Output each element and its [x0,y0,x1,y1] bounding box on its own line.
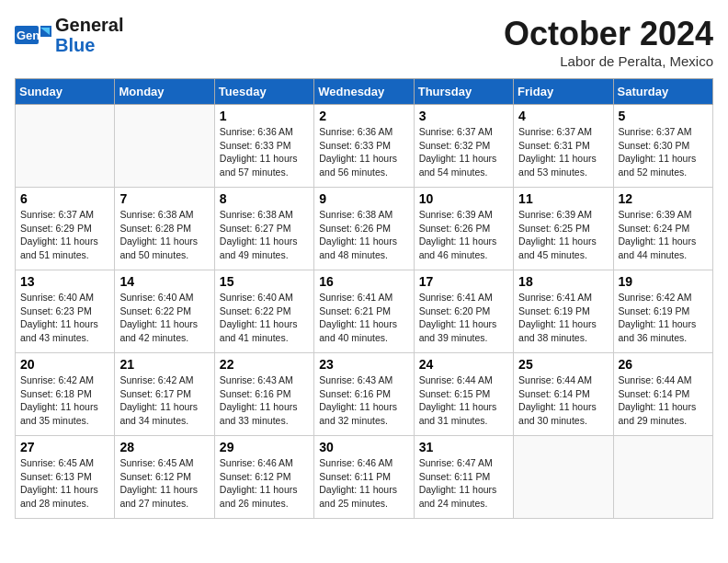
day-number: 7 [119,191,209,206]
calendar-cell [514,436,613,519]
day-detail: Sunrise: 6:36 AMSunset: 6:33 PMDaylight:… [319,125,408,179]
calendar-cell: 19Sunrise: 6:42 AMSunset: 6:19 PMDayligh… [613,270,712,353]
calendar-cell: 11Sunrise: 6:39 AMSunset: 6:25 PMDayligh… [514,188,613,270]
location-subtitle: Labor de Peralta, Mexico [504,53,713,69]
day-number: 13 [20,274,109,289]
calendar-week-row: 1Sunrise: 6:36 AMSunset: 6:33 PMDaylight… [16,105,713,188]
page-header: Gen General Blue October 2024 Labor de P… [15,15,713,69]
col-header-friday: Friday [514,79,613,105]
calendar-week-row: 27Sunrise: 6:45 AMSunset: 6:13 PMDayligh… [16,436,713,519]
day-number: 22 [220,357,309,372]
day-detail: Sunrise: 6:39 AMSunset: 6:24 PMDaylight:… [619,208,708,262]
logo-icon: Gen [15,22,51,48]
day-detail: Sunrise: 6:41 AMSunset: 6:21 PMDaylight:… [319,291,408,345]
col-header-saturday: Saturday [613,79,712,105]
day-number: 15 [220,274,309,289]
calendar-cell [16,105,115,188]
day-number: 6 [20,191,109,206]
day-number: 8 [220,191,309,206]
day-detail: Sunrise: 6:38 AMSunset: 6:27 PMDaylight:… [220,208,309,262]
day-number: 30 [319,440,408,454]
calendar-cell [115,105,214,188]
calendar-cell: 16Sunrise: 6:41 AMSunset: 6:21 PMDayligh… [314,270,414,353]
day-detail: Sunrise: 6:36 AMSunset: 6:33 PMDaylight:… [220,125,309,179]
col-header-sunday: Sunday [16,79,115,105]
day-detail: Sunrise: 6:41 AMSunset: 6:19 PMDaylight:… [518,291,608,345]
calendar-cell: 23Sunrise: 6:43 AMSunset: 6:16 PMDayligh… [314,353,414,436]
day-detail: Sunrise: 6:39 AMSunset: 6:26 PMDaylight:… [419,208,508,262]
day-detail: Sunrise: 6:42 AMSunset: 6:18 PMDaylight:… [20,373,109,428]
calendar-week-row: 20Sunrise: 6:42 AMSunset: 6:18 PMDayligh… [16,353,713,436]
calendar-cell: 15Sunrise: 6:40 AMSunset: 6:22 PMDayligh… [214,270,313,353]
day-detail: Sunrise: 6:42 AMSunset: 6:19 PMDaylight:… [619,291,708,345]
day-detail: Sunrise: 6:39 AMSunset: 6:25 PMDaylight:… [518,208,608,262]
day-detail: Sunrise: 6:44 AMSunset: 6:14 PMDaylight:… [518,373,608,428]
title-block: October 2024 Labor de Peralta, Mexico [504,15,713,69]
calendar-cell: 9Sunrise: 6:38 AMSunset: 6:26 PMDaylight… [314,188,414,270]
calendar-table: SundayMondayTuesdayWednesdayThursdayFrid… [15,78,713,519]
calendar-week-row: 6Sunrise: 6:37 AMSunset: 6:29 PMDaylight… [16,188,713,270]
day-number: 26 [619,357,708,372]
day-detail: Sunrise: 6:37 AMSunset: 6:29 PMDaylight:… [20,208,109,262]
calendar-cell: 6Sunrise: 6:37 AMSunset: 6:29 PMDaylight… [16,188,115,270]
calendar-cell: 28Sunrise: 6:45 AMSunset: 6:12 PMDayligh… [115,436,214,519]
calendar-cell: 17Sunrise: 6:41 AMSunset: 6:20 PMDayligh… [414,270,513,353]
day-number: 23 [319,357,408,372]
day-number: 10 [419,191,508,206]
day-number: 25 [518,357,608,372]
calendar-cell: 13Sunrise: 6:40 AMSunset: 6:23 PMDayligh… [16,270,115,353]
calendar-cell: 1Sunrise: 6:36 AMSunset: 6:33 PMDaylight… [214,105,313,188]
day-number: 9 [319,191,408,206]
col-header-thursday: Thursday [414,79,513,105]
day-number: 27 [20,440,109,454]
day-detail: Sunrise: 6:38 AMSunset: 6:26 PMDaylight:… [319,208,408,262]
col-header-wednesday: Wednesday [314,79,414,105]
calendar-cell: 8Sunrise: 6:38 AMSunset: 6:27 PMDaylight… [214,188,313,270]
calendar-header-row: SundayMondayTuesdayWednesdayThursdayFrid… [16,79,713,105]
calendar-cell: 26Sunrise: 6:44 AMSunset: 6:14 PMDayligh… [613,353,712,436]
day-number: 31 [419,440,508,454]
calendar-cell: 22Sunrise: 6:43 AMSunset: 6:16 PMDayligh… [214,353,313,436]
month-title: October 2024 [504,15,713,53]
calendar-cell: 31Sunrise: 6:47 AMSunset: 6:11 PMDayligh… [414,436,513,519]
day-detail: Sunrise: 6:43 AMSunset: 6:16 PMDaylight:… [220,373,309,428]
day-detail: Sunrise: 6:38 AMSunset: 6:28 PMDaylight:… [119,208,209,262]
day-detail: Sunrise: 6:46 AMSunset: 6:12 PMDaylight:… [220,456,309,511]
logo-text-general: General [55,15,123,35]
day-detail: Sunrise: 6:43 AMSunset: 6:16 PMDaylight:… [319,373,408,428]
calendar-cell: 18Sunrise: 6:41 AMSunset: 6:19 PMDayligh… [514,270,613,353]
day-number: 12 [619,191,708,206]
day-detail: Sunrise: 6:42 AMSunset: 6:17 PMDaylight:… [119,373,209,428]
day-detail: Sunrise: 6:40 AMSunset: 6:22 PMDaylight:… [119,291,209,345]
calendar-cell: 14Sunrise: 6:40 AMSunset: 6:22 PMDayligh… [115,270,214,353]
calendar-cell: 21Sunrise: 6:42 AMSunset: 6:17 PMDayligh… [115,353,214,436]
calendar-cell [613,436,712,519]
day-number: 24 [419,357,508,372]
day-number: 18 [518,274,608,289]
day-number: 17 [419,274,508,289]
logo: Gen General Blue [15,15,123,55]
calendar-week-row: 13Sunrise: 6:40 AMSunset: 6:23 PMDayligh… [16,270,713,353]
day-detail: Sunrise: 6:37 AMSunset: 6:30 PMDaylight:… [619,125,708,179]
day-number: 19 [619,274,708,289]
calendar-cell: 20Sunrise: 6:42 AMSunset: 6:18 PMDayligh… [16,353,115,436]
day-number: 16 [319,274,408,289]
day-number: 29 [220,440,309,454]
day-number: 4 [518,109,608,123]
day-detail: Sunrise: 6:40 AMSunset: 6:22 PMDaylight:… [220,291,309,345]
svg-text:Gen: Gen [17,29,40,42]
calendar-cell: 3Sunrise: 6:37 AMSunset: 6:32 PMDaylight… [414,105,513,188]
day-detail: Sunrise: 6:45 AMSunset: 6:13 PMDaylight:… [20,456,109,511]
calendar-cell: 4Sunrise: 6:37 AMSunset: 6:31 PMDaylight… [514,105,613,188]
day-detail: Sunrise: 6:44 AMSunset: 6:14 PMDaylight:… [619,373,708,428]
day-detail: Sunrise: 6:37 AMSunset: 6:31 PMDaylight:… [518,125,608,179]
day-number: 2 [319,109,408,123]
calendar-cell: 7Sunrise: 6:38 AMSunset: 6:28 PMDaylight… [115,188,214,270]
calendar-cell: 12Sunrise: 6:39 AMSunset: 6:24 PMDayligh… [613,188,712,270]
day-number: 3 [419,109,508,123]
day-number: 14 [119,274,209,289]
col-header-monday: Monday [115,79,214,105]
day-number: 20 [20,357,109,372]
day-detail: Sunrise: 6:45 AMSunset: 6:12 PMDaylight:… [119,456,209,511]
day-detail: Sunrise: 6:37 AMSunset: 6:32 PMDaylight:… [419,125,508,179]
